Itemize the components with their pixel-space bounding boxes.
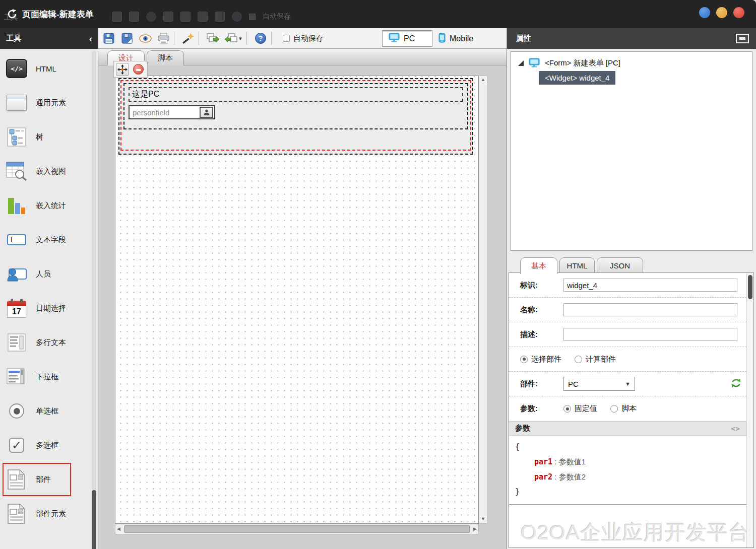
sidebar-item-embed-view[interactable]: 嵌入视图 bbox=[3, 155, 71, 188]
collapse-sidebar-icon[interactable]: ‹ bbox=[89, 33, 92, 44]
sidebar-item-html[interactable]: HTML bbox=[3, 52, 71, 85]
sidebar-item-radio[interactable]: 单选框 bbox=[3, 394, 71, 428]
preview-eye-button[interactable] bbox=[138, 31, 153, 46]
sidebar-item-select[interactable]: 下拉框 bbox=[3, 360, 71, 393]
device-tab-mobile[interactable]: Mobile bbox=[432, 30, 483, 47]
script-radio[interactable] bbox=[610, 405, 618, 413]
person-picker-button[interactable] bbox=[200, 107, 213, 118]
tree-node-form[interactable]: <Form> 新建表单 [PC] bbox=[518, 58, 620, 68]
tab-script[interactable]: 脚本 bbox=[147, 50, 184, 65]
select-widget-radio[interactable] bbox=[520, 356, 528, 363]
autosave-option: 自动保存 bbox=[283, 34, 324, 43]
app-window: 工具 自动保存 页面编辑-新建表单 工具 ‹ bbox=[0, 0, 756, 549]
sidebar-scrollbar-thumb[interactable] bbox=[92, 490, 96, 549]
calc-widget-radio[interactable] bbox=[575, 356, 582, 363]
import-dropdown-caret[interactable]: ▾ bbox=[239, 35, 242, 42]
panel-toggle-icon[interactable] bbox=[736, 34, 749, 43]
sidebar-item-tree[interactable]: 树 bbox=[3, 120, 71, 154]
sidebar-header: 工具 ‹ bbox=[0, 28, 98, 49]
selected-widget-outline[interactable]: 这是PC personfield bbox=[120, 80, 471, 151]
select-caret-icon: ▼ bbox=[625, 381, 631, 387]
designer-area: 设计 脚本 这是PC bbox=[98, 49, 507, 549]
scroll-left-icon[interactable]: ◀ bbox=[117, 526, 120, 531]
sidebar-item-widget-element[interactable]: 部件元素 bbox=[3, 497, 71, 530]
sidebar-item-text-field[interactable]: 文本字段 bbox=[3, 223, 71, 256]
wand-button[interactable] bbox=[180, 31, 196, 46]
sidebar-item-checkbox[interactable]: 多选框 bbox=[3, 429, 71, 462]
canvas-vertical-scrollbar[interactable]: ▲ ▼ bbox=[479, 76, 487, 524]
window-button-blue[interactable] bbox=[699, 7, 710, 18]
description-input[interactable] bbox=[563, 328, 737, 341]
canvas-horizontal-scrollbar[interactable]: ◀ ▶ bbox=[115, 524, 479, 534]
fixed-value-radio[interactable] bbox=[563, 405, 571, 413]
sidebar-item-textarea[interactable]: 多行文本 bbox=[3, 326, 71, 359]
property-tabs: 基本 HTML JSON bbox=[507, 257, 756, 273]
print-button[interactable] bbox=[156, 31, 171, 46]
html-icon bbox=[6, 57, 28, 80]
designer-tabbar: 设计 脚本 bbox=[98, 49, 507, 65]
tree-icon bbox=[6, 126, 28, 148]
window-button-orange[interactable] bbox=[716, 7, 727, 18]
tab-json[interactable]: JSON bbox=[597, 257, 643, 273]
save-button[interactable] bbox=[101, 31, 116, 46]
params-close-brace: } bbox=[515, 485, 743, 499]
window-button-red[interactable] bbox=[733, 7, 744, 18]
checkbox-icon bbox=[6, 434, 28, 456]
property-scroll-thumb[interactable] bbox=[748, 275, 752, 299]
person-field[interactable]: personfield bbox=[129, 105, 215, 119]
param-entry: par1 : 参数值1 bbox=[515, 454, 743, 469]
code-edit-icon[interactable]: <> bbox=[731, 425, 740, 433]
device-switch: PC Mobile bbox=[382, 30, 483, 47]
name-input[interactable] bbox=[563, 303, 737, 316]
autosave-checkbox[interactable] bbox=[283, 35, 290, 42]
param-entry: par2 : 参数值2 bbox=[515, 469, 743, 485]
sidebar-item-widget[interactable]: 部件 bbox=[3, 463, 71, 496]
scroll-down-icon[interactable]: ▼ bbox=[479, 516, 487, 521]
params-code-block[interactable]: { par1 : 参数值1 par2 : 参数值2 } bbox=[509, 436, 746, 505]
help-button[interactable] bbox=[253, 31, 268, 46]
save-as-button[interactable] bbox=[119, 31, 135, 46]
export-button[interactable] bbox=[205, 31, 220, 46]
widget-select[interactable]: PC ▼ bbox=[563, 377, 635, 391]
tree-node-widget-selected[interactable]: <Widget> widget_4 bbox=[539, 71, 615, 85]
embed-stat-icon bbox=[6, 194, 28, 217]
refresh-logo-icon bbox=[6, 8, 18, 20]
scroll-right-icon[interactable]: ▶ bbox=[473, 526, 477, 531]
identifier-input[interactable] bbox=[563, 279, 737, 292]
sidebar-scrollbar[interactable] bbox=[92, 51, 96, 549]
widget-icon bbox=[6, 468, 28, 491]
tab-html[interactable]: HTML bbox=[559, 257, 595, 273]
watermark: O2OA企业应用开发平台 bbox=[521, 519, 749, 546]
ghost-wand-icon bbox=[180, 12, 191, 22]
row-widget-mode: 选择部件 计算部件 bbox=[509, 347, 746, 372]
refresh-widget-icon[interactable] bbox=[731, 378, 741, 390]
ghost-autosave-checkbox bbox=[249, 14, 256, 20]
ghost-export-icon bbox=[198, 12, 208, 22]
import-button[interactable]: ▾ bbox=[223, 31, 243, 46]
ghost-import-icon bbox=[215, 12, 225, 22]
device-tab-pc[interactable]: PC bbox=[382, 30, 432, 47]
sidebar-item-embed-stat[interactable]: 嵌入统计 bbox=[3, 189, 71, 222]
toolbar-separator bbox=[199, 32, 199, 45]
toolbar-separator bbox=[246, 32, 247, 45]
page-title: 页面编辑-新建表单 bbox=[22, 9, 94, 20]
tab-basic[interactable]: 基本 bbox=[520, 257, 557, 274]
sidebar-item-generic-element[interactable]: 通用元素 bbox=[3, 86, 71, 119]
expander-icon[interactable] bbox=[518, 60, 524, 66]
sidebar-item-person[interactable]: 人员 bbox=[3, 257, 71, 291]
toolbar-separator bbox=[271, 32, 272, 45]
scroll-up-icon[interactable]: ▲ bbox=[479, 77, 487, 82]
move-widget-button[interactable] bbox=[116, 63, 129, 76]
row-name: 名称: bbox=[509, 298, 746, 322]
horizontal-scroll-thumb[interactable] bbox=[124, 525, 470, 533]
ghost-autosave-label: 自动保存 bbox=[263, 12, 291, 21]
widget-content[interactable]: 这是PC personfield bbox=[123, 83, 468, 129]
property-scrollbar[interactable] bbox=[746, 273, 753, 547]
form-boundary[interactable]: 这是PC personfield bbox=[118, 78, 473, 155]
row-identifier: 标识: bbox=[509, 273, 746, 298]
widget-text-element[interactable]: 这是PC bbox=[129, 87, 463, 102]
row-widget-select: 部件: PC ▼ bbox=[509, 372, 746, 396]
sidebar-item-date-picker[interactable]: 日期选择 bbox=[3, 292, 71, 325]
remove-widget-button[interactable] bbox=[132, 63, 145, 76]
form-canvas[interactable]: 这是PC personfield bbox=[115, 76, 479, 524]
